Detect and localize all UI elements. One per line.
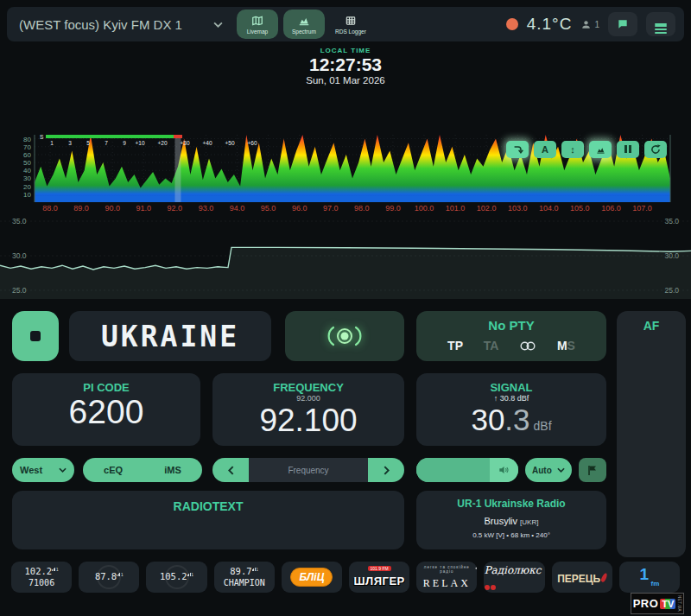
autoscale-button[interactable] <box>506 141 529 158</box>
protv-logo: PRO TV NET.UA <box>631 593 684 614</box>
menu-button[interactable] <box>646 12 675 36</box>
rds-logger-button[interactable]: RDS Logger <box>330 10 371 39</box>
preset-89-7-champion[interactable]: 89.71 CHAMPION <box>214 562 275 593</box>
pause-button[interactable] <box>617 141 639 158</box>
signal-y-tick-right: 35.0 <box>664 217 679 225</box>
blits-logo: БЛіЦ <box>290 568 333 587</box>
station-name: UR-1 Ukrainske Radio <box>416 498 606 510</box>
spectrum-x-tick: 103.0 <box>508 204 528 213</box>
s-meter-tick: +50 <box>225 140 234 146</box>
local-clock: LOCAL TIME 12:27:53 Sun, 01 Mar 2026 <box>0 47 691 86</box>
ims-button[interactable]: iMS <box>164 465 181 475</box>
preset-87-8[interactable]: 87.81 <box>79 562 139 593</box>
preset-102-2[interactable]: 102.21 71006 <box>11 562 72 593</box>
frequency-up-button[interactable] <box>368 458 404 482</box>
preset-105-2[interactable]: 105.21 <box>146 562 206 593</box>
signal-bars-icon: 1 <box>52 567 59 572</box>
spectrum-x-tick: 95.0 <box>261 204 276 213</box>
protv-tv-text: TV <box>660 599 675 609</box>
antenna-select[interactable]: West <box>12 458 74 482</box>
s-meter-tick: 9 <box>123 140 126 146</box>
header-right: 4.1°C 1 <box>506 12 684 36</box>
pi-code-label: PI CODE <box>12 381 200 394</box>
refresh-button[interactable] <box>644 141 667 158</box>
radiotext-label: RADIOTEXT <box>12 499 404 513</box>
frequency-panel: FREQUENCY 92.000 92.100 <box>212 373 404 446</box>
ukraine-flag-icon <box>189 19 206 30</box>
s-meter-tick: +40 <box>202 140 212 146</box>
spectrum-y-tick: 30 <box>23 175 31 182</box>
radiotext-panel: RADIOTEXT <box>12 491 404 549</box>
spectrum-x-tick: 93.0 <box>199 204 214 213</box>
spectrum-x-tick: 107.0 <box>632 204 652 213</box>
clock-label: LOCAL TIME <box>0 47 691 54</box>
power-button[interactable] <box>12 311 59 361</box>
rf-spectrum-chart[interactable]: 807060504030201088.089.090.091.092.093.0… <box>0 130 691 213</box>
eq-ims-buttons: cEQ iMS <box>83 458 202 482</box>
s-meter: S 13579+10+20+30+40+50+60 <box>40 133 299 149</box>
stop-icon <box>30 331 41 341</box>
preset-shlyager[interactable]: 101.9 FM ШЛЯГЕР <box>349 562 409 593</box>
ms-flag: MS <box>557 338 575 353</box>
station-details: 0.5 kW [V] • 68 km • 240° <box>416 531 606 539</box>
spectrum-x-tick: 90.0 <box>105 204 120 213</box>
signal-y-tick-left: 25.0 <box>12 286 27 295</box>
signal-y-tick-right: 30.0 <box>664 251 679 260</box>
antenna-value: West <box>20 465 42 475</box>
graph-mode-button[interactable] <box>589 141 612 158</box>
signal-label: SIGNAL <box>416 381 606 394</box>
signal-unit: dBf <box>534 419 552 433</box>
preset-1fm[interactable]: 1 fm <box>619 562 680 593</box>
cherry-icon <box>485 585 490 590</box>
one-fm-logo: 1 fm <box>640 568 660 587</box>
letter-a-button[interactable]: A <box>534 141 556 158</box>
s-meter-tick: 7 <box>105 140 108 146</box>
stereo-broadcast-icon <box>325 323 365 349</box>
relax-logo: легке та спокійне радіо RELAX <box>416 565 477 590</box>
pepper-icon <box>600 572 608 582</box>
ceq-button[interactable]: cEQ <box>104 465 123 475</box>
flag-button[interactable] <box>579 458 606 482</box>
af-label: AF <box>617 319 686 333</box>
frequency-input[interactable]: Frequency <box>249 458 368 482</box>
signal-y-tick-right: 25.0 <box>664 286 679 295</box>
vertical-range-button[interactable]: ↕ <box>561 141 584 158</box>
area-chart-icon <box>595 145 606 155</box>
signal-y-tick-left: 35.0 <box>12 217 27 225</box>
station-selector[interactable]: (WEST focus) Kyiv FM DX 1 <box>7 17 231 32</box>
stereo-watermark-icon <box>165 565 189 589</box>
radio-lux-logo: Радіолюкс <box>484 562 544 593</box>
s-meter-label: S <box>40 134 43 140</box>
stereo-circles-icon <box>519 340 536 352</box>
mode-select[interactable]: Auto <box>525 458 572 482</box>
stereo-indicator[interactable] <box>285 311 404 361</box>
spectrum-x-tick: 104.0 <box>539 204 559 213</box>
chart-icon <box>298 15 310 27</box>
volume-slider[interactable] <box>416 458 518 482</box>
preset-radio-lux[interactable]: Радіолюкс <box>484 562 544 593</box>
country-panel: UKRAINE <box>69 311 271 361</box>
spectrum-x-tick: 88.0 <box>42 204 58 213</box>
frequency-down-button[interactable] <box>212 458 249 482</box>
status-dot <box>506 18 518 30</box>
chevron-down-icon <box>59 467 67 473</box>
chat-button[interactable] <box>608 12 637 36</box>
s-meter-tick: 5 <box>86 140 90 146</box>
spectrum-x-tick: 100.0 <box>415 204 434 213</box>
header-nav: Livemap Spectrum RDS Logger <box>237 10 371 39</box>
s-meter-tick: 3 <box>68 140 72 146</box>
spectrum-x-tick: 96.0 <box>292 204 307 213</box>
spectrum-y-tick: 20 <box>23 183 31 191</box>
preset-perets[interactable]: ПЕРЕЦЬ <box>552 562 612 593</box>
spectrum-x-tick: 97.0 <box>323 204 339 213</box>
spectrum-x-tick: 98.0 <box>354 204 370 213</box>
s-meter-tick: +60 <box>247 140 257 146</box>
signal-value: 30 <box>471 403 504 436</box>
preset-blits[interactable]: БЛіЦ <box>282 562 342 593</box>
up-down-arrow-icon: ↕ <box>570 144 575 155</box>
livemap-button[interactable]: Livemap <box>237 10 278 39</box>
spectrum-button[interactable]: Spectrum <box>283 10 325 39</box>
temperature-readout: 4.1°C <box>527 15 573 34</box>
listener-count: 1 <box>580 19 599 30</box>
preset-relax[interactable]: легке та спокійне радіо RELAX <box>416 562 477 593</box>
